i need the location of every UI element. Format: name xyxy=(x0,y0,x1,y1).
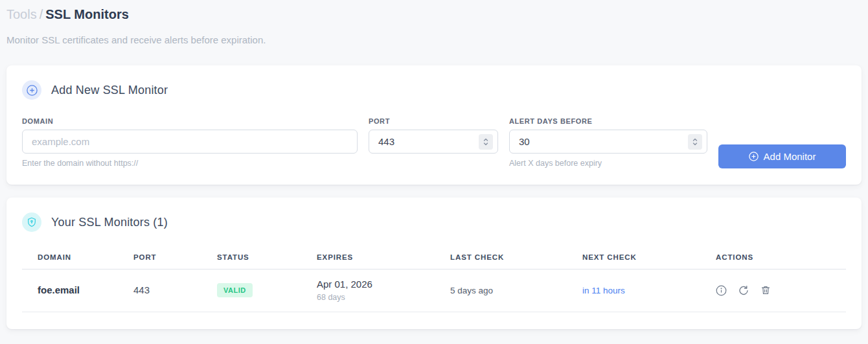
info-icon[interactable] xyxy=(716,285,727,296)
add-monitor-card-header: Add New SSL Monitor xyxy=(22,80,846,100)
port-label: PORT xyxy=(369,117,498,125)
page-subtitle: Monitor SSL certificates and receive ale… xyxy=(6,34,862,45)
monitor-next-check: in 11 hours xyxy=(582,286,625,295)
add-monitor-form: DOMAIN Enter the domain without https://… xyxy=(22,117,846,168)
column-header-domain: DOMAIN xyxy=(22,253,133,269)
add-monitor-button-label: Add Monitor xyxy=(764,151,816,162)
status-badge: VALID xyxy=(217,283,253,297)
column-header-port: PORT xyxy=(133,253,217,269)
breadcrumb-tools-link[interactable]: Tools xyxy=(6,7,37,21)
column-header-next-check: NEXT CHECK xyxy=(582,253,716,269)
monitors-list-card: Your SSL Monitors (1) DOMAIN PORT STATUS… xyxy=(6,198,862,329)
domain-input[interactable] xyxy=(22,130,358,154)
alert-days-helper-text: Alert X days before expiry xyxy=(509,159,707,168)
column-header-last-check: LAST CHECK xyxy=(450,253,582,269)
monitor-expiry-date: Apr 01, 2026 xyxy=(317,279,445,290)
column-header-actions: ACTIONS xyxy=(716,253,846,269)
monitor-domain: foe.email xyxy=(38,284,80,295)
refresh-icon[interactable] xyxy=(738,285,749,296)
monitor-expiry-days: 68 days xyxy=(317,293,445,302)
add-monitor-card: Add New SSL Monitor DOMAIN Enter the dom… xyxy=(6,65,862,185)
domain-field-group: DOMAIN Enter the domain without https:// xyxy=(22,117,358,168)
table-header-row: DOMAIN PORT STATUS EXPIRES LAST CHECK NE… xyxy=(22,253,846,269)
breadcrumb-separator: / xyxy=(37,7,46,21)
row-actions xyxy=(716,285,841,296)
alert-days-input[interactable] xyxy=(509,130,707,154)
plus-circle-icon xyxy=(749,152,759,161)
monitors-table: DOMAIN PORT STATUS EXPIRES LAST CHECK NE… xyxy=(22,253,846,312)
plus-circle-icon xyxy=(22,80,41,100)
breadcrumb: Tools/SSL Monitors xyxy=(6,5,862,23)
domain-label: DOMAIN xyxy=(22,117,358,125)
add-monitor-button[interactable]: Add Monitor xyxy=(718,144,846,168)
alert-days-field-group: ALERT DAYS BEFORE Alert X days before ex… xyxy=(509,117,707,168)
monitor-last-check: 5 days ago xyxy=(450,286,493,295)
table-row: foe.email 443 VALID Apr 01, 2026 68 days… xyxy=(22,269,846,312)
monitors-card-header: Your SSL Monitors (1) xyxy=(22,212,846,232)
port-field-group: PORT xyxy=(369,117,498,168)
submit-column: Add Monitor xyxy=(718,117,846,168)
alert-days-stepper[interactable] xyxy=(688,134,702,150)
alert-days-label: ALERT DAYS BEFORE xyxy=(509,117,707,125)
monitors-list-title: Your SSL Monitors (1) xyxy=(51,216,168,229)
column-header-expires: EXPIRES xyxy=(317,253,450,269)
shield-icon xyxy=(22,212,41,232)
port-stepper[interactable] xyxy=(479,134,493,150)
monitor-port: 443 xyxy=(133,284,150,295)
column-header-status: STATUS xyxy=(217,253,317,269)
ssl-monitors-page: Tools/SSL Monitors Monitor SSL certifica… xyxy=(0,0,868,329)
trash-icon[interactable] xyxy=(760,285,771,296)
add-monitor-title: Add New SSL Monitor xyxy=(51,84,168,97)
domain-helper-text: Enter the domain without https:// xyxy=(22,159,358,168)
page-title: SSL Monitors xyxy=(45,7,129,21)
